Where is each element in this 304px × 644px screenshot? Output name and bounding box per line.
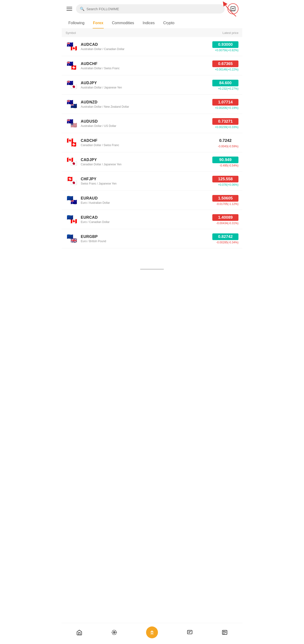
flag1: 🇨🇦: [66, 156, 74, 164]
currency-name: Australian Dollar / Canadian Dollar: [81, 48, 212, 51]
price-badge: 84.600: [212, 80, 238, 86]
price-badge: 0.67365: [212, 60, 238, 67]
currency-name: Euro / Canadian Dollar: [81, 220, 212, 224]
price-column-header: Latest price: [223, 31, 238, 35]
tabs-container: Following Forex Commodities Indices Cryp…: [62, 18, 242, 29]
currency-info: AUDCAD Australian Dollar / Canadian Doll…: [81, 42, 212, 51]
currency-info: AUDUSD Australian Dollar / US Dollar: [81, 119, 212, 128]
currency-row[interactable]: 🇪🇺 🇨🇦 EURCAD Euro / Canadian Dollar 1.40…: [62, 210, 242, 229]
currency-symbol: AUDCAD: [81, 42, 212, 47]
currency-row[interactable]: 🇦🇺 🇨🇦 AUDCAD Australian Dollar / Canadia…: [62, 37, 242, 56]
currency-info: EURGBP Euro / British Pound: [81, 234, 212, 243]
price-badge: 1.50605: [212, 195, 238, 202]
flag1: 🇪🇺: [66, 213, 74, 222]
flag-container: 🇨🇭 🇯🇵: [66, 175, 78, 187]
price-change: -0.00434(-0.31%): [212, 222, 238, 225]
currency-info: EURCAD Euro / Canadian Dollar: [81, 216, 212, 224]
price-container: 84.600 +0.232(+0.27%): [212, 80, 238, 90]
currency-symbol: AUDUSD: [81, 119, 212, 124]
price-change: -0.01705(-1.12%): [212, 202, 238, 206]
chart-button[interactable]: [228, 3, 238, 14]
currency-name: Australian Dollar / Japanese Yen: [81, 86, 212, 89]
currency-symbol: AUDNZD: [81, 100, 212, 104]
price-container: 125.558 +0.076(+0.06%): [212, 176, 238, 186]
price-container: 0.73271 +0.00239(+0.33%): [212, 118, 238, 129]
currency-info: AUDNZD Australian Dollar / New Zealand D…: [81, 100, 212, 108]
currency-symbol: CADJPY: [81, 158, 212, 162]
flag-container: 🇪🇺 🇬🇧: [66, 232, 78, 245]
price-badge: 90.949: [212, 156, 238, 163]
flag1: 🇦🇺: [66, 40, 74, 49]
currency-row[interactable]: 🇪🇺 🇬🇧 EURGBP Euro / British Pound 0.8274…: [62, 229, 242, 248]
scroll-indicator: [140, 269, 164, 270]
header: 🔍: [62, 0, 242, 18]
flag-container: 🇦🇺 🇺🇸: [66, 117, 78, 130]
currency-info: CADJPY Canadian Dollar / Japanese Yen: [81, 158, 212, 166]
currency-name: Australian Dollar / New Zealand Dollar: [81, 105, 212, 108]
price-container: 1.50605 -0.01705(-1.12%): [212, 195, 238, 206]
price-change: +0.076(+0.06%): [212, 183, 238, 186]
flag-container: 🇨🇦 🇯🇵: [66, 156, 78, 168]
currency-row[interactable]: 🇦🇺 🇺🇸 AUDUSD Australian Dollar / US Doll…: [62, 114, 242, 133]
currency-name: Canadian Dollar / Swiss Franc: [81, 144, 212, 147]
price-badge: 0.7242: [212, 137, 238, 144]
currency-info: EURAUD Euro / Australian Dollar: [81, 196, 212, 204]
price-badge: 1.40089: [212, 214, 238, 221]
currency-name: Euro / British Pound: [81, 240, 212, 243]
flag-container: 🇪🇺 🇨🇦: [66, 213, 78, 226]
currency-name: Canadian Dollar / Japanese Yen: [81, 163, 212, 166]
price-container: 0.7242 -0.0043(-0.59%): [212, 137, 238, 148]
currency-row[interactable]: 🇦🇺 🇨🇭 AUDCHF Australian Dollar / Swiss F…: [62, 56, 242, 76]
price-container: 0.82742 -0.00285(-0.34%): [212, 234, 238, 244]
price-badge: 125.558: [212, 176, 238, 182]
tab-following[interactable]: Following: [64, 18, 89, 28]
currency-name: Swiss Franc / Japanese Yen: [81, 182, 212, 185]
price-badge: 1.07714: [212, 99, 238, 106]
tab-commodities[interactable]: Commodities: [108, 18, 138, 28]
currency-symbol: EURAUD: [81, 196, 212, 200]
currency-list: 🇦🇺 🇨🇦 AUDCAD Australian Dollar / Canadia…: [62, 37, 242, 267]
flag-container: 🇦🇺 🇨🇦: [66, 40, 78, 53]
chart-icon: [230, 6, 236, 12]
search-input[interactable]: [86, 7, 221, 11]
flag1: 🇦🇺: [66, 117, 74, 126]
flag1: 🇪🇺: [66, 194, 74, 202]
currency-row[interactable]: 🇨🇦 🇯🇵 CADJPY Canadian Dollar / Japanese …: [62, 152, 242, 172]
currency-row[interactable]: 🇦🇺 🇳🇿 AUDNZD Australian Dollar / New Zea…: [62, 95, 242, 114]
flag-container: 🇦🇺 🇨🇭: [66, 60, 78, 72]
table-header: Symbol Latest price: [62, 29, 242, 37]
price-badge: 0.73271: [212, 118, 238, 125]
flag-container: 🇦🇺 🇳🇿: [66, 98, 78, 110]
price-badge: 0.82742: [212, 234, 238, 240]
hamburger-menu[interactable]: [66, 6, 73, 12]
currency-info: AUDCHF Australian Dollar / Swiss Franc: [81, 62, 212, 70]
price-change: +0.00239(+0.33%): [212, 126, 238, 129]
price-container: 90.949 -0.495(-0.54%): [212, 156, 238, 167]
tab-crypto[interactable]: Crypto: [159, 18, 179, 28]
flag1: 🇪🇺: [66, 232, 74, 241]
currency-symbol: EURCAD: [81, 216, 212, 220]
price-change: -0.0043(-0.59%): [212, 145, 238, 148]
tab-forex[interactable]: Forex: [89, 18, 108, 28]
currency-name: Euro / Australian Dollar: [81, 201, 212, 204]
flag-container: 🇦🇺 🇯🇵: [66, 79, 78, 91]
flag1: 🇦🇺: [66, 98, 74, 106]
price-change: +0.00756(+0.82%): [212, 49, 238, 52]
price-change: +0.00146(+0.22%): [212, 68, 238, 71]
currency-row[interactable]: 🇪🇺 🇦🇺 EURAUD Euro / Australian Dollar 1.…: [62, 191, 242, 210]
currency-row[interactable]: 🇨🇦 🇨🇭 CADCHF Canadian Dollar / Swiss Fra…: [62, 133, 242, 152]
flag1: 🇦🇺: [66, 79, 74, 87]
tab-indices[interactable]: Indices: [138, 18, 159, 28]
search-icon: 🔍: [80, 7, 85, 11]
price-change: +0.00206(+0.19%): [212, 106, 238, 110]
flag1: 🇦🇺: [66, 60, 74, 68]
flag-container: 🇨🇦 🇨🇭: [66, 136, 78, 149]
currency-row[interactable]: 🇨🇭 🇯🇵 CHFJPY Swiss Franc / Japanese Yen …: [62, 172, 242, 191]
price-badge: 0.93000: [212, 41, 238, 48]
currency-name: Australian Dollar / Swiss Franc: [81, 67, 212, 70]
currency-info: AUDJPY Australian Dollar / Japanese Yen: [81, 81, 212, 89]
search-bar[interactable]: 🔍: [76, 4, 225, 14]
price-change: -0.00285(-0.34%): [212, 241, 238, 244]
currency-row[interactable]: 🇦🇺 🇯🇵 AUDJPY Australian Dollar / Japanes…: [62, 76, 242, 95]
price-container: 0.93000 +0.00756(+0.82%): [212, 41, 238, 52]
